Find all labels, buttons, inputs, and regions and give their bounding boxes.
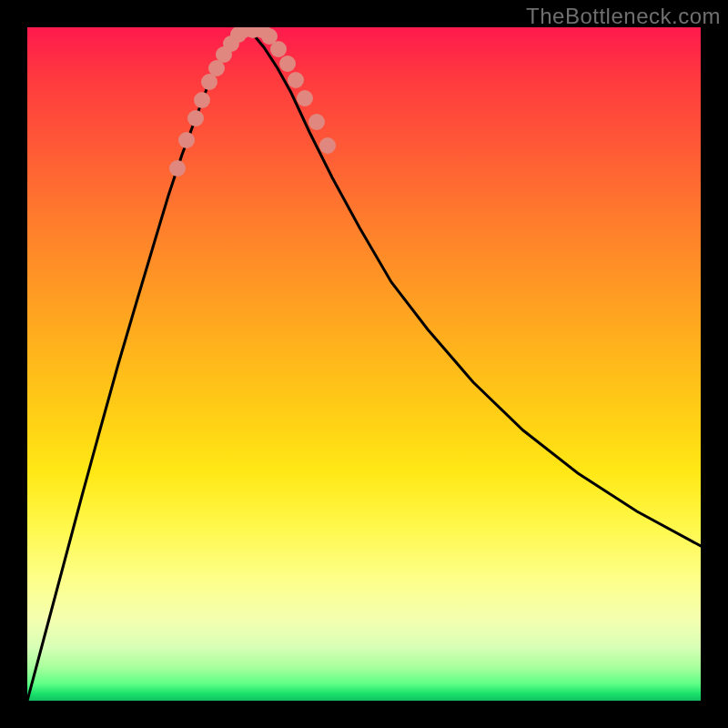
- curve-left: [27, 30, 246, 701]
- chart-svg: [27, 27, 701, 701]
- curve-right: [246, 30, 701, 546]
- data-point: [288, 72, 304, 88]
- data-point: [194, 92, 210, 108]
- data-point: [308, 114, 325, 130]
- chart-gradient-area: [27, 27, 701, 701]
- data-point: [169, 160, 186, 177]
- data-point: [279, 56, 296, 72]
- data-point: [319, 137, 336, 154]
- data-point: [297, 90, 313, 106]
- data-point: [178, 132, 195, 148]
- watermark-text: TheBottleneck.com: [526, 4, 721, 29]
- data-point: [270, 41, 287, 57]
- data-markers: [169, 27, 336, 177]
- chart-frame: TheBottleneck.com: [0, 0, 728, 728]
- data-point: [187, 110, 204, 126]
